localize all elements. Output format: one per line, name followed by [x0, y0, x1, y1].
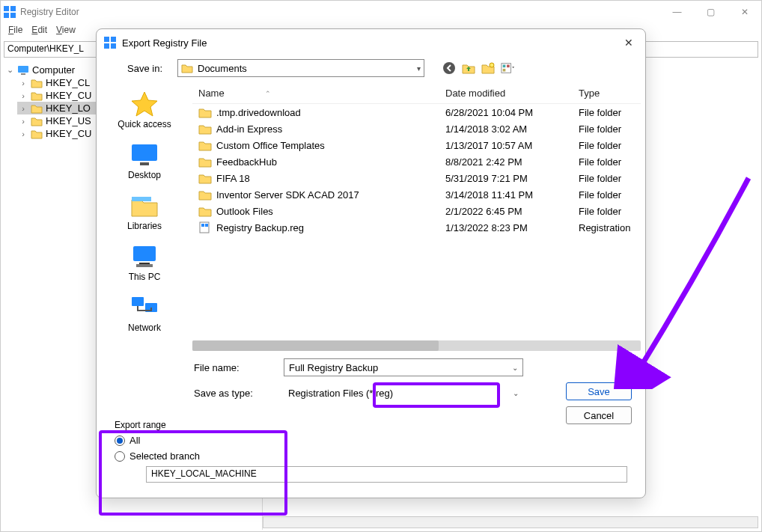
close-button[interactable]: ✕ — [728, 1, 761, 23]
export-range-group: Export range All Selected branch HKEY_LO… — [106, 415, 636, 490]
file-type: File folder — [579, 173, 635, 184]
file-date: 1/13/2017 10:57 AM — [445, 140, 579, 151]
expand-icon[interactable]: › — [19, 79, 28, 88]
save-button[interactable]: Save — [566, 382, 632, 400]
main-title: Registry Editor — [20, 7, 79, 17]
horizontal-scrollbar[interactable] — [263, 516, 758, 528]
file-list[interactable]: Name⌃ Date modified Type .tmp.drivedownl… — [192, 83, 645, 351]
save-in-combo[interactable]: Documents ▾ — [177, 59, 424, 77]
col-type-header[interactable]: Type — [579, 88, 635, 99]
save-as-type-label: Save as type: — [194, 388, 276, 399]
file-name: Add-in Express — [216, 123, 282, 135]
radio-selected-label: Selected branch — [129, 450, 200, 462]
file-row[interactable]: Custom Office Templates 1/13/2017 10:57 … — [192, 137, 641, 153]
pc-icon — [129, 243, 160, 270]
file-row[interactable]: Add-in Express 1/14/2018 3:02 AM File fo… — [192, 120, 641, 137]
file-name: Registry Backup.reg — [216, 222, 304, 233]
svg-rect-5 — [21, 73, 25, 75]
expand-icon[interactable]: › — [19, 91, 28, 100]
branch-input[interactable]: HKEY_LOCAL_MACHINE — [146, 466, 627, 483]
new-folder-icon[interactable] — [481, 61, 495, 75]
svg-rect-17 — [140, 162, 149, 165]
export-dialog: Export Registry File ✕ Save in: Document… — [96, 28, 646, 498]
file-type: File folder — [579, 206, 635, 217]
menu-view[interactable]: View — [53, 23, 79, 40]
folder-icon — [198, 205, 212, 217]
expand-icon[interactable]: › — [19, 117, 28, 126]
file-date: 1/13/2022 8:23 PM — [445, 222, 579, 233]
desktop-icon — [129, 141, 160, 168]
tree-node-label: HKEY_CU — [46, 90, 91, 101]
file-row[interactable]: FeedbackHub 8/8/2021 2:42 PM File folder — [192, 153, 641, 170]
svg-rect-6 — [104, 37, 109, 42]
radio-icon — [115, 451, 125, 462]
file-list-hscroll[interactable] — [192, 340, 641, 351]
column-headers[interactable]: Name⌃ Date modified Type — [192, 83, 641, 104]
file-row[interactable]: FIFA 18 5/31/2019 7:21 PM File folder — [192, 170, 641, 186]
minimize-button[interactable]: — — [660, 1, 694, 23]
file-date: 1/14/2018 3:02 AM — [445, 123, 579, 135]
back-icon[interactable] — [442, 61, 456, 75]
star-icon — [129, 91, 160, 117]
col-name-header[interactable]: Name — [198, 88, 225, 99]
file-date: 6/28/2021 10:04 PM — [445, 107, 579, 118]
file-name-input[interactable]: Full Registry Backup ⌄ — [284, 358, 523, 376]
save-as-type-combo[interactable]: Registration Files (*.reg) ⌄ — [284, 384, 523, 402]
place-this-pc[interactable]: This PC — [111, 240, 178, 285]
svg-rect-7 — [111, 37, 116, 42]
file-row[interactable]: Outlook Files 2/1/2022 6:45 PM File fold… — [192, 203, 641, 219]
registry-icon — [104, 37, 116, 49]
save-in-value: Documents — [198, 63, 247, 74]
place-network[interactable]: Network — [111, 291, 178, 336]
svg-rect-18 — [132, 197, 151, 201]
place-libraries[interactable]: Libraries — [111, 189, 178, 234]
svg-rect-19 — [133, 246, 156, 261]
svg-rect-15 — [503, 69, 506, 72]
folder-icon — [198, 123, 212, 135]
menu-file[interactable]: File — [5, 23, 25, 40]
radio-selected-branch[interactable]: Selected branch — [115, 450, 627, 462]
place-quick-access[interactable]: Quick access — [111, 88, 178, 132]
sort-asc-icon: ⌃ — [265, 90, 271, 97]
col-date-header[interactable]: Date modified — [445, 88, 579, 99]
file-row[interactable]: Inventor Server SDK ACAD 2017 3/14/2018 … — [192, 186, 641, 203]
svg-rect-0 — [4, 6, 9, 11]
svg-rect-13 — [503, 65, 506, 68]
svg-rect-25 — [201, 224, 204, 227]
file-name: Custom Office Templates — [216, 140, 325, 151]
registry-icon — [4, 6, 16, 18]
export-range-legend: Export range — [112, 420, 630, 430]
radio-all[interactable]: All — [115, 435, 627, 446]
places-bar: Quick access Desktop Libraries This PC N… — [97, 83, 192, 351]
expand-icon[interactable]: › — [19, 104, 28, 113]
place-desktop[interactable]: Desktop — [111, 138, 178, 183]
place-label: Quick access — [118, 119, 171, 129]
up-one-level-icon[interactable] — [462, 61, 475, 75]
folder-icon — [31, 91, 43, 101]
network-icon — [129, 294, 160, 321]
radio-all-label: All — [129, 435, 140, 446]
file-name: Inventor Server SDK ACAD 2017 — [216, 189, 359, 201]
file-type: File folder — [579, 140, 635, 151]
file-row[interactable]: .tmp.drivedownload 6/28/2021 10:04 PM Fi… — [192, 104, 641, 120]
folder-icon — [31, 116, 43, 126]
file-name: Outlook Files — [216, 206, 273, 217]
file-row[interactable]: Registry Backup.reg 1/13/2022 8:23 PM Re… — [192, 219, 641, 236]
svg-point-11 — [490, 63, 494, 67]
file-date: 5/31/2019 7:21 PM — [445, 173, 579, 184]
svg-rect-20 — [139, 263, 150, 264]
svg-rect-3 — [10, 13, 16, 18]
place-label: This PC — [129, 272, 161, 282]
menu-edit[interactable]: Edit — [28, 23, 50, 40]
place-label: Desktop — [128, 170, 161, 180]
dialog-close-button[interactable]: ✕ — [620, 34, 638, 52]
maximize-button[interactable]: ▢ — [694, 1, 728, 23]
svg-rect-9 — [111, 43, 116, 49]
svg-rect-26 — [205, 224, 208, 227]
expand-icon[interactable]: › — [19, 129, 28, 138]
file-type: File folder — [579, 123, 635, 135]
folder-icon — [198, 139, 212, 151]
folder-icon — [198, 189, 212, 201]
collapse-icon[interactable]: ⌄ — [5, 65, 14, 75]
view-menu-icon[interactable] — [501, 61, 514, 75]
